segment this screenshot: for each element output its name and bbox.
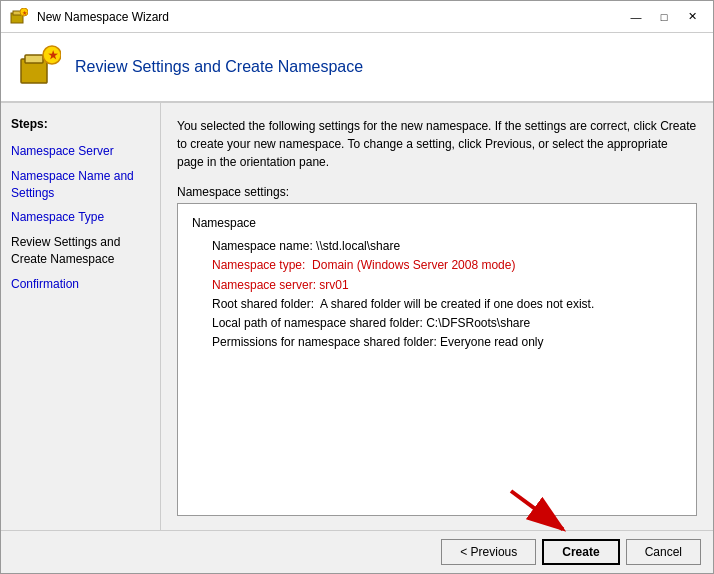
- sidebar-item-namespace-type[interactable]: Namespace Type: [1, 205, 160, 230]
- svg-text:★: ★: [48, 49, 59, 61]
- window-title: New Namespace Wizard: [37, 10, 169, 24]
- setting-namespace-server: Namespace server: srv01: [192, 276, 682, 295]
- content-area: Steps: Namespace Server Namespace Name a…: [1, 103, 713, 530]
- sidebar-item-namespace-name[interactable]: Namespace Name and Settings: [1, 164, 160, 206]
- settings-box-title: Namespace: [192, 214, 682, 233]
- setting-local-path: Local path of namespace shared folder: C…: [192, 314, 682, 333]
- sidebar: Steps: Namespace Server Namespace Name a…: [1, 103, 161, 530]
- minimize-button[interactable]: —: [623, 7, 649, 27]
- setting-namespace-name: Namespace name: \\std.local\share: [192, 237, 682, 256]
- main-panel: You selected the following settings for …: [161, 103, 713, 530]
- maximize-button[interactable]: □: [651, 7, 677, 27]
- close-button[interactable]: ✕: [679, 7, 705, 27]
- create-button[interactable]: Create: [542, 539, 619, 565]
- header-wizard-icon: ★: [17, 45, 61, 89]
- cancel-button[interactable]: Cancel: [626, 539, 701, 565]
- footer: < Previous Create Cancel: [1, 530, 713, 573]
- sidebar-item-confirmation[interactable]: Confirmation: [1, 272, 160, 297]
- page-title: Review Settings and Create Namespace: [75, 58, 363, 76]
- title-controls: — □ ✕: [623, 7, 705, 27]
- sidebar-header: Steps:: [1, 113, 160, 139]
- svg-text:★: ★: [22, 10, 27, 16]
- settings-box: Namespace Namespace name: \\std.local\sh…: [177, 203, 697, 516]
- wizard-icon: ★: [9, 7, 29, 27]
- title-bar-left: ★ New Namespace Wizard: [9, 7, 169, 27]
- header-section: ★ Review Settings and Create Namespace: [1, 33, 713, 103]
- title-bar: ★ New Namespace Wizard — □ ✕: [1, 1, 713, 33]
- svg-rect-5: [25, 55, 43, 63]
- wizard-window: ★ New Namespace Wizard — □ ✕ ★ Review Se…: [0, 0, 714, 574]
- setting-permissions: Permissions for namespace shared folder:…: [192, 333, 682, 352]
- setting-root-shared: Root shared folder: A shared folder will…: [192, 295, 682, 314]
- settings-label: Namespace settings:: [177, 185, 697, 199]
- sidebar-item-namespace-server[interactable]: Namespace Server: [1, 139, 160, 164]
- sidebar-item-review: Review Settings and Create Namespace: [1, 230, 160, 272]
- setting-namespace-type: Namespace type: Domain (Windows Server 2…: [192, 256, 682, 275]
- description-text: You selected the following settings for …: [177, 117, 697, 171]
- previous-button[interactable]: < Previous: [441, 539, 536, 565]
